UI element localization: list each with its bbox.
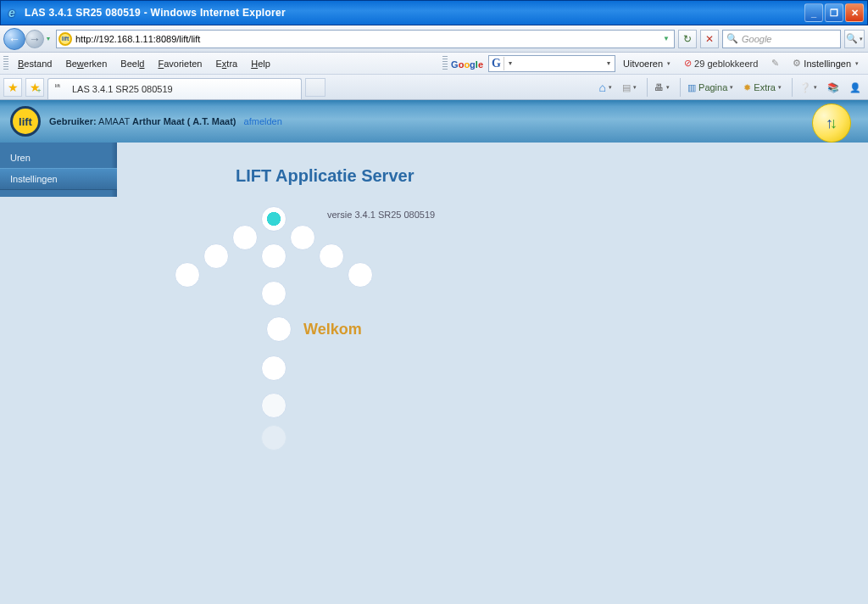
menu-bestand[interactable]: Bestand — [12, 56, 58, 71]
status-dot-icon — [261, 206, 287, 232]
messenger-icon: 👤 — [849, 82, 861, 93]
decorative-arrow: Welkom — [176, 206, 397, 478]
user-code: AMAAT — [98, 116, 130, 126]
welcome-heading: Welkom — [303, 321, 362, 338]
address-dropdown[interactable]: ▼ — [660, 35, 672, 42]
google-search-history-dropdown[interactable]: ▾ — [603, 59, 615, 67]
home-button[interactable]: ⌂▾ — [596, 78, 615, 97]
refresh-button[interactable]: ↻ — [678, 30, 697, 48]
window-minimize-button[interactable]: _ — [804, 3, 823, 22]
google-highlight-button[interactable]: ✎ — [765, 55, 785, 72]
search-go-button[interactable]: 🔍▾ — [844, 30, 865, 48]
help-icon: ❔ — [799, 82, 811, 93]
rss-icon: ▤ — [622, 82, 631, 93]
highlight-icon: ✎ — [771, 58, 779, 69]
dot-icon — [261, 393, 287, 418]
window-titlebar: e LAS 3.4.1 SR25 080519 - Windows Intern… — [0, 0, 868, 25]
tab-title: LAS 3.4.1 SR25 080519 — [72, 84, 173, 94]
favorites-center-button[interactable]: ★ — [3, 78, 22, 97]
stop-button[interactable]: ✕ — [700, 30, 719, 48]
page-menu-button[interactable]: ▥Pagina▾ — [680, 78, 737, 97]
sidebar-item-uren[interactable]: Uren — [0, 148, 117, 168]
tab-active[interactable]: lift LAS 3.4.1 SR25 080519 — [47, 78, 302, 99]
app-logo-icon: lift — [10, 106, 41, 137]
logout-link[interactable]: afmelden — [244, 116, 282, 126]
popup-blocked-icon: ⊘ — [684, 58, 692, 69]
add-favorite-button[interactable]: ★＋ — [25, 78, 44, 97]
gear-icon: ✹ — [743, 82, 751, 93]
page-title: LIFT Applicatie Server — [236, 166, 851, 186]
print-button[interactable]: 🖶▾ — [647, 78, 673, 97]
nav-forward-button[interactable]: → — [25, 30, 44, 48]
messenger-button[interactable]: 👤 — [846, 78, 865, 97]
google-search-type-dropdown[interactable]: ▾ — [504, 59, 516, 67]
feeds-button[interactable]: ▤▾ — [619, 78, 640, 97]
gear-icon: ⚙ — [793, 58, 801, 69]
toolbar-grip-icon[interactable] — [3, 56, 8, 71]
window-restore-button[interactable]: ❐ — [825, 3, 843, 22]
dot-icon — [319, 243, 344, 269]
google-run-button[interactable]: Uitvoeren▾ — [617, 55, 676, 72]
dot-icon — [348, 262, 373, 288]
dot-icon — [203, 243, 229, 269]
sidebar-item-instellingen[interactable]: Instellingen — [0, 168, 117, 190]
nav-history-dropdown[interactable]: ▼ — [44, 28, 53, 50]
google-g-icon: G — [489, 57, 504, 70]
nav-back-button[interactable]: ← — [3, 28, 25, 50]
search-placeholder: Google — [742, 34, 771, 44]
main-panel: LIFT Applicatie Server — [117, 143, 868, 604]
page-icon: ▥ — [687, 82, 696, 93]
home-icon: ⌂ — [599, 81, 606, 94]
google-logo-icon: Google — [451, 56, 483, 71]
sidebar-spacer — [0, 197, 117, 604]
window-close-button[interactable]: ✕ — [845, 3, 864, 22]
menu-extra[interactable]: Extra — [209, 56, 243, 71]
dot-icon — [261, 425, 287, 450]
google-settings-button[interactable]: ⚙ Instellingen▾ — [787, 55, 865, 72]
search-provider-icon: 🔍 — [726, 33, 738, 44]
user-info: Gebruiker: AMAAT Arthur Maat ( A.T. Maat… — [49, 116, 282, 126]
dot-icon — [266, 316, 292, 342]
app-header: lift Gebruiker: AMAAT Arthur Maat ( A.T.… — [0, 100, 868, 143]
print-icon: 🖶 — [654, 82, 664, 92]
menu-beeld[interactable]: Beeld — [114, 56, 150, 71]
tools-menu-button[interactable]: ✹Extra▾ — [740, 78, 785, 97]
address-field[interactable]: lift ▼ — [56, 30, 675, 48]
google-popup-blocker-button[interactable]: ⊘ 29 geblokkeerd — [678, 55, 764, 72]
menu-favorieten[interactable]: Favorieten — [152, 56, 208, 71]
help-button[interactable]: ❔▾ — [792, 78, 821, 97]
browser-search-box[interactable]: 🔍 Google — [722, 30, 841, 48]
tab-favicon-icon: lift — [55, 83, 67, 95]
dot-icon — [261, 243, 287, 269]
dot-icon — [261, 281, 287, 306]
dot-icon — [290, 225, 315, 250]
sync-badge-icon[interactable]: ↑↓ — [812, 103, 851, 143]
dot-icon — [232, 225, 258, 250]
window-title: LAS 3.4.1 SR25 080519 - Windows Internet… — [25, 7, 804, 19]
user-name: Arthur Maat ( A.T. Maat) — [132, 116, 236, 126]
url-input[interactable] — [75, 34, 657, 44]
new-tab-button[interactable] — [305, 78, 326, 97]
google-search-box[interactable]: G ▾ ▾ — [488, 55, 615, 72]
address-bar: ← → ▼ lift ▼ ↻ ✕ 🔍 Google 🔍▾ — [0, 25, 868, 53]
google-toolbar-grip-icon[interactable] — [442, 56, 448, 71]
menu-bar: Bestand Bewerken Beeld Favorieten Extra … — [0, 53, 868, 75]
menu-bewerken[interactable]: Bewerken — [59, 56, 113, 71]
menu-help[interactable]: Help — [245, 56, 276, 71]
sidebar: Uren Instellingen — [0, 143, 117, 197]
ie-logo-icon: e — [4, 5, 19, 20]
dot-icon — [175, 262, 200, 288]
version-label: versie 3.4.1 SR25 080519 — [327, 210, 435, 220]
tab-bar: ★ ★＋ lift LAS 3.4.1 SR25 080519 ⌂▾ ▤▾ 🖶▾… — [0, 75, 868, 100]
site-favicon-icon: lift — [58, 32, 72, 46]
research-icon: 📚 — [827, 82, 839, 93]
content-area: Uren Instellingen LIFT Applicatie Server — [0, 143, 868, 604]
dot-icon — [261, 355, 287, 381]
research-button[interactable]: 📚 — [824, 78, 843, 97]
